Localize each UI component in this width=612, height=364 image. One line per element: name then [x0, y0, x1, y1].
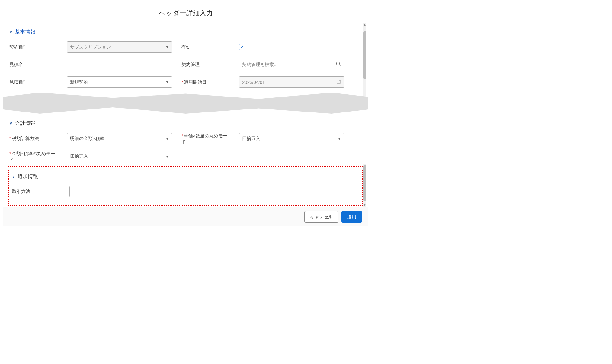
estimate-type-label: 見積種別 [9, 79, 58, 85]
caret-down-icon: ▼ [338, 137, 341, 141]
caret-down-icon: ▼ [165, 45, 169, 49]
basic-info-grid: 契約種別 サブスクリプション ▼ 有効 ✓ 見積名 契約管理 契約管理を検索..… [9, 41, 362, 88]
start-date-input[interactable]: 2023/04/01 [239, 76, 344, 88]
scrollbar-thumb[interactable] [363, 31, 366, 79]
unit-round-select[interactable]: 四捨五入 ▼ [239, 133, 344, 144]
scrollbar-bottom[interactable]: ▼ [363, 164, 366, 207]
chevron-down-icon: ∨ [9, 30, 12, 34]
amount-round-label: 金額×税率の丸めモード [9, 150, 58, 162]
amount-round-select[interactable]: 四捨五入 ▼ [67, 151, 172, 162]
contract-type-value: サブスクリプション [70, 44, 111, 50]
contract-mgmt-label: 契約管理 [181, 62, 230, 68]
extra-info-grid: 取引方法 [12, 186, 359, 197]
extra-info-highlight: ∨ 追加情報 取引方法 [8, 166, 363, 206]
modal-body: ▲ ▼ ∨ 基本情報 契約種別 サブスクリプション ▼ 有効 ✓ [3, 22, 368, 207]
caret-down-icon: ▼ [165, 80, 169, 84]
cancel-button[interactable]: キャンセル [304, 211, 338, 223]
svg-point-0 [336, 62, 340, 65]
header-detail-modal: ヘッダー詳細入力 ▲ ▼ ∨ 基本情報 契約種別 サブスクリプション ▼ 有効 [3, 3, 368, 226]
active-label: 有効 [181, 44, 230, 50]
scroll-up-arrow-icon[interactable]: ▲ [363, 23, 366, 26]
scrollbar-thumb[interactable] [363, 165, 366, 201]
tax-calc-select[interactable]: 明細の金額×税率 ▼ [67, 133, 172, 144]
basic-info-section: ∨ 基本情報 契約種別 サブスクリプション ▼ 有効 ✓ 見積名 契約管理 契約… [9, 28, 362, 88]
modal-title: ヘッダー詳細入力 [3, 3, 368, 22]
account-info-toggle[interactable]: ∨ 会計情報 [9, 120, 362, 127]
account-info-section: ∨ 会計情報 税額計算方法 明細の金額×税率 ▼ 単価×数量の丸めモード 四捨五… [9, 120, 362, 162]
active-checkbox[interactable]: ✓ [239, 44, 245, 50]
basic-info-toggle[interactable]: ∨ 基本情報 [9, 28, 362, 35]
modal-footer: キャンセル 適用 [3, 207, 368, 226]
apply-button[interactable]: 適用 [341, 211, 362, 223]
chevron-down-icon: ∨ [12, 174, 15, 179]
transaction-method-input[interactable] [69, 186, 175, 197]
tax-calc-label: 税額計算方法 [9, 136, 58, 141]
contract-type-select[interactable]: サブスクリプション ▼ [67, 41, 172, 53]
start-date-label: 適用開始日 [181, 79, 230, 85]
scroll-down-arrow-icon[interactable]: ▼ [363, 203, 366, 207]
unit-round-value: 四捨五入 [242, 136, 260, 141]
estimate-type-value: 新規契約 [70, 79, 88, 85]
caret-down-icon: ▼ [165, 154, 169, 159]
account-info-grid: 税額計算方法 明細の金額×税率 ▼ 単価×数量の丸めモード 四捨五入 ▼ 金額×… [9, 133, 362, 162]
extra-info-section: ∨ 追加情報 取引方法 [12, 173, 359, 197]
account-info-title: 会計情報 [15, 120, 35, 127]
estimate-type-select[interactable]: 新規契約 ▼ [67, 76, 172, 88]
content-break-divider [3, 93, 368, 114]
tax-calc-value: 明細の金額×税率 [70, 136, 104, 141]
estimate-name-label: 見積名 [9, 62, 58, 68]
contract-mgmt-placeholder: 契約管理を検索... [242, 62, 278, 68]
active-cell: ✓ [239, 44, 344, 50]
search-icon [336, 61, 341, 68]
contract-type-label: 契約種別 [9, 44, 58, 50]
svg-rect-2 [337, 80, 341, 83]
estimate-name-input[interactable] [67, 59, 172, 70]
start-date-value: 2023/04/01 [242, 80, 265, 85]
chevron-down-icon: ∨ [9, 121, 12, 126]
contract-mgmt-search[interactable]: 契約管理を検索... [239, 59, 344, 70]
calendar-icon [336, 79, 341, 85]
scrollbar-top[interactable]: ▲ [363, 23, 366, 98]
extra-info-title: 追加情報 [18, 173, 38, 180]
amount-round-value: 四捨五入 [70, 154, 88, 159]
svg-line-1 [339, 65, 341, 66]
transaction-method-label: 取引方法 [12, 189, 60, 195]
unit-round-label: 単価×数量の丸めモード [181, 133, 230, 144]
basic-info-title: 基本情報 [15, 28, 35, 35]
extra-info-toggle[interactable]: ∨ 追加情報 [12, 173, 359, 180]
caret-down-icon: ▼ [165, 137, 169, 141]
